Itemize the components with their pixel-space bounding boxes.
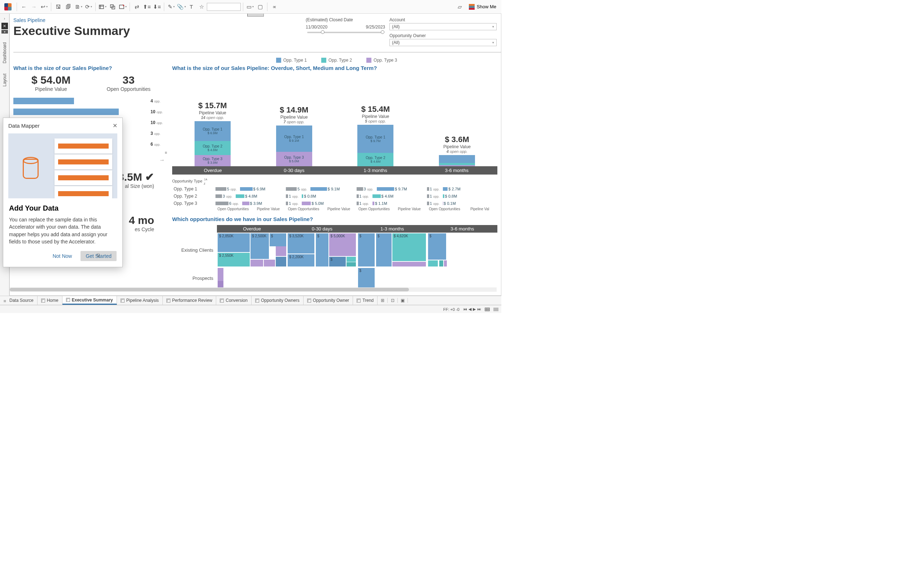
pin-button[interactable]: ☆	[197, 2, 206, 11]
top-toolbar: ← → ↩ 🖫 🗐 🗎 ⟳ ⇄ ⬆≡ ⬇≡ ✎ 📎 T ☆ ▭ ▢ ∝ ▱ Sh…	[0, 0, 501, 14]
share-button[interactable]: ∝	[270, 2, 279, 11]
toolbar-search-input[interactable]	[207, 3, 241, 11]
sort-asc-button[interactable]: ⬆≡	[142, 2, 152, 11]
view-grid-icon[interactable]	[485, 308, 490, 311]
status-nav[interactable]: ⏮◀▶⏭	[463, 307, 481, 311]
stacked-columns-chart[interactable]: $ 15.7MPipeline Value14 open opp.Opp. Ty…	[172, 94, 498, 166]
database-icon	[23, 159, 39, 179]
sheet-tab[interactable]: Performance Review	[163, 296, 216, 305]
mini-table-header: Opportunity Type	[172, 179, 202, 183]
presentation-button[interactable]: ▢	[255, 2, 265, 11]
text-button[interactable]: T	[187, 2, 196, 11]
fit-button[interactable]: ▭	[246, 2, 255, 11]
new-worksheet-tab-button[interactable]: ⊞	[378, 298, 388, 303]
show-me-label: Show Me	[477, 4, 496, 10]
menu-icon[interactable]: ≡	[165, 150, 166, 155]
sheet-icon	[66, 298, 70, 302]
forward-button[interactable]: →	[29, 2, 39, 11]
not-now-button[interactable]: Not Now	[48, 251, 77, 261]
sheet-tab[interactable]: Pipeline Analysis	[117, 296, 163, 305]
status-bar: FF: +0 -0 ⏮◀▶⏭	[0, 305, 501, 313]
date-slider[interactable]	[307, 32, 384, 33]
sort-icon[interactable]	[204, 177, 208, 185]
sheet-icon	[121, 298, 124, 303]
svg-rect-3	[120, 5, 124, 9]
tab-layout[interactable]: Layout	[2, 69, 7, 92]
sheet-tab[interactable]: Trend	[353, 296, 378, 305]
right-section-title: What is the size of our Sales Pipeline: …	[172, 65, 498, 71]
dialog-title: Data Mapper	[8, 122, 40, 129]
duplicate-button[interactable]	[108, 2, 117, 11]
breadcrumb[interactable]: Sales Pipeline	[13, 17, 306, 23]
dialog-body-text: You can replace the sample data in this …	[9, 216, 116, 245]
undo-history-button[interactable]: ↩	[39, 2, 49, 11]
new-data-button[interactable]: 🗐	[63, 2, 73, 11]
kpi-pipeline-label: Pipeline Value	[31, 86, 70, 92]
legend-swatch-type2-icon	[321, 58, 326, 63]
svg-rect-0	[99, 5, 103, 9]
mini-table[interactable]: Opportunity Type Opp. Type 15 opp. $ 6.9…	[172, 177, 498, 211]
sheet-tabs: Data Source HomeExecutive SummaryPipelin…	[0, 296, 501, 305]
view-film-icon[interactable]	[493, 308, 498, 311]
kpi-open-opp-value: 33	[107, 74, 150, 86]
account-filter-label: Account	[389, 17, 497, 23]
sheet-icon	[357, 298, 360, 303]
legend-label: Opp. Type 2	[328, 58, 352, 63]
slider-thumb-start[interactable]	[321, 30, 325, 34]
date-from: 11/30/2020	[306, 24, 327, 29]
date-filter-label: (Estimated) Closed Date	[306, 17, 385, 23]
guide-button[interactable]: ▱	[455, 2, 465, 11]
swap-button[interactable]: ⇄	[132, 2, 142, 11]
sheet-tab[interactable]: Home	[37, 296, 63, 305]
data-mapper-dialog: Data Mapper ✕ Add Your Data You can repl…	[3, 118, 123, 267]
save-button[interactable]: 🖫	[53, 2, 63, 11]
back-button[interactable]: ←	[19, 2, 29, 11]
sheet-icon	[41, 298, 45, 303]
date-to: 9/25/2023	[366, 24, 385, 29]
tab-dashboard[interactable]: Dashboard	[2, 37, 7, 69]
date-filter[interactable]: (Estimated) Closed Date 11/30/2020 9/25/…	[306, 17, 385, 35]
tree-row-label: Prospects	[172, 267, 217, 289]
clear-button[interactable]	[118, 2, 128, 11]
status-ff: FF: +0 -0	[443, 307, 459, 311]
tab-data-source[interactable]: Data Source	[0, 296, 37, 305]
connect-data-button[interactable]: 🗎	[74, 2, 83, 11]
new-dashboard-tab-button[interactable]: ⊡	[388, 298, 398, 303]
owner-filter-label: Opportunity Owner	[389, 33, 497, 38]
tableau-logo-icon	[4, 3, 11, 10]
dialog-close-button[interactable]: ✕	[113, 122, 117, 129]
sheet-tab[interactable]: Conversion	[216, 296, 252, 305]
close-panel-button[interactable]: ✕	[2, 23, 8, 29]
account-filter-select[interactable]: (All)	[389, 23, 497, 30]
sort-desc-button[interactable]: ⬇≡	[152, 2, 162, 11]
legend-label: Opp. Type 3	[373, 58, 397, 63]
refresh-button[interactable]: ⟳	[84, 2, 93, 11]
attach-button[interactable]: 📎	[176, 2, 186, 11]
expand-panel-button[interactable]: ›	[4, 16, 5, 21]
highlight-button[interactable]: ✎	[166, 2, 176, 11]
panel-menu-button[interactable]: ▾	[2, 30, 8, 34]
sheet-tab[interactable]: Opportunity Owner	[304, 296, 353, 305]
show-me-button[interactable]: Show Me	[465, 4, 500, 10]
kpi-pipeline-value: $ 54.0M	[31, 74, 70, 86]
tree-row-existing[interactable]: Existing Clients $ 2,850K $ 2,500K $ $ 2…	[172, 233, 498, 267]
new-story-tab-button[interactable]: ▣	[398, 298, 408, 303]
data-source-icon	[3, 298, 8, 303]
page-title: Executive Summary	[13, 24, 306, 38]
tree-header: Overdue0-30 days1-3 months3-6 months	[217, 225, 498, 233]
owner-filter-select[interactable]: (All)	[389, 39, 497, 46]
h-scrollbar[interactable]	[10, 287, 497, 292]
kpi-open-opp-label: Open Opportunities	[107, 86, 150, 92]
column-axis: Overdue0-30 days1-3 months3-6 months	[172, 166, 498, 174]
sheet-tab[interactable]: Opportunity Owners	[252, 296, 304, 305]
left-section-title: What is the size of our Sales Pipeline?	[13, 65, 168, 71]
dialog-heading: Add Your Data	[9, 204, 116, 213]
slider-thumb-end[interactable]	[381, 30, 384, 34]
legend-label: Opp. Type 1	[283, 58, 307, 63]
tree-row-prospects[interactable]: Prospects $	[172, 267, 498, 289]
new-worksheet-button[interactable]	[98, 2, 107, 11]
sheet-icon	[307, 298, 311, 303]
sheet-icon	[220, 298, 224, 303]
sheet-tab[interactable]: Executive Summary	[63, 296, 117, 305]
get-started-button[interactable]: Get Started	[81, 251, 116, 261]
